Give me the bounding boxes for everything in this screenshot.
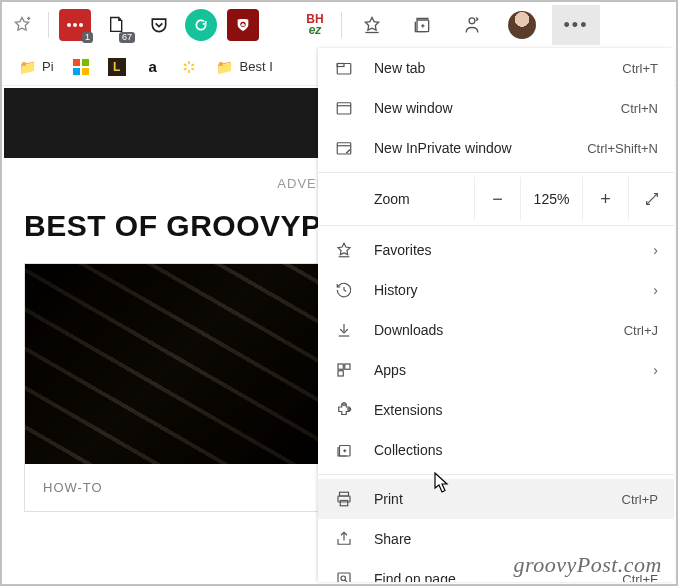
extension-badge: 67	[119, 32, 135, 43]
amazon-icon: a	[144, 58, 162, 76]
zoom-value: 125%	[520, 177, 582, 221]
svg-line-41	[345, 580, 347, 582]
microsoft-icon	[72, 58, 90, 76]
bookmark-walmart[interactable]	[180, 58, 198, 76]
menu-new-inprivate[interactable]: New InPrivate window Ctrl+Shift+N	[318, 128, 674, 168]
chevron-right-icon: ›	[653, 282, 658, 298]
menu-print[interactable]: Print Ctrl+P	[318, 479, 674, 519]
menu-label: New InPrivate window	[374, 140, 587, 156]
svg-rect-10	[73, 59, 80, 66]
bookmark-label: Best I	[240, 59, 273, 74]
menu-label: New window	[374, 100, 621, 116]
more-menu-button[interactable]: •••	[552, 5, 600, 45]
menu-label: Share	[374, 531, 658, 547]
menu-label: Downloads	[374, 322, 624, 338]
profile-avatar[interactable]	[502, 5, 542, 45]
menu-new-tab[interactable]: New tab Ctrl+T	[318, 48, 674, 88]
bookmark-pi[interactable]: 📁 Pi	[18, 58, 54, 76]
feedback-button[interactable]	[452, 5, 492, 45]
browser-toolbar: 1 🗋 67 BH ez •••	[2, 2, 676, 48]
toolbar-separator	[48, 12, 49, 38]
menu-label: Collections	[374, 442, 658, 458]
menu-label: Print	[374, 491, 622, 507]
shortcut-hint: Ctrl+P	[622, 492, 658, 507]
menu-downloads[interactable]: Downloads Ctrl+J	[318, 310, 674, 350]
collections-button[interactable]	[402, 5, 442, 45]
menu-label: History	[374, 282, 645, 298]
shortcut-hint: Ctrl+J	[624, 323, 658, 338]
svg-rect-28	[338, 364, 343, 369]
fullscreen-button[interactable]	[628, 177, 674, 221]
bhez-icon[interactable]: BH ez	[299, 9, 331, 41]
add-favorite-icon[interactable]	[6, 9, 38, 41]
print-icon	[334, 489, 354, 509]
menu-label: Apps	[374, 362, 645, 378]
zoom-out-button[interactable]: −	[474, 177, 520, 221]
zoom-label: Zoom	[318, 191, 474, 207]
svg-rect-11	[82, 59, 89, 66]
star-icon	[334, 240, 354, 260]
bookmark-l[interactable]: L	[108, 58, 126, 76]
shortcut-hint: Ctrl+Shift+N	[587, 141, 658, 156]
ublock-icon[interactable]	[227, 9, 259, 41]
menu-new-window[interactable]: New window Ctrl+N	[318, 88, 674, 128]
menu-collections[interactable]: Collections	[318, 430, 674, 470]
pocket-icon[interactable]	[143, 9, 175, 41]
extensions-icon	[334, 400, 354, 420]
chevron-right-icon: ›	[653, 242, 658, 258]
svg-point-9	[469, 18, 475, 24]
grammarly-icon[interactable]	[185, 9, 217, 41]
favorites-button[interactable]	[352, 5, 392, 45]
history-icon	[334, 280, 354, 300]
bookmark-amazon[interactable]: a	[144, 58, 162, 76]
bookmark-best[interactable]: 📁 Best I	[216, 58, 273, 76]
extension-red-icon[interactable]: 1	[59, 9, 91, 41]
shortcut-hint: Ctrl+T	[622, 61, 658, 76]
bookmark-icon: L	[108, 58, 126, 76]
svg-rect-21	[337, 64, 344, 67]
menu-separator	[318, 225, 674, 226]
svg-rect-17	[183, 67, 187, 70]
find-icon	[334, 569, 354, 582]
menu-label: Favorites	[374, 242, 645, 258]
ellipsis-icon: •••	[564, 15, 589, 36]
menu-history[interactable]: History ›	[318, 270, 674, 310]
svg-rect-16	[190, 63, 194, 66]
svg-rect-18	[183, 63, 187, 66]
menu-separator	[318, 172, 674, 173]
article-tag: HOW-TO	[25, 464, 323, 511]
avatar-image	[508, 11, 536, 39]
walmart-icon	[180, 58, 198, 76]
bookmark-ms[interactable]	[72, 58, 90, 76]
svg-rect-19	[190, 67, 194, 70]
svg-rect-15	[188, 69, 190, 72]
settings-menu: New tab Ctrl+T New window Ctrl+N New InP…	[318, 48, 674, 582]
folder-icon: 📁	[18, 58, 36, 76]
article-card[interactable]: HOW-TO	[24, 263, 324, 512]
watermark-text: groovyPost.com	[513, 552, 662, 578]
svg-rect-12	[73, 68, 80, 75]
apps-icon	[334, 360, 354, 380]
menu-label: Extensions	[374, 402, 658, 418]
inprivate-icon	[334, 138, 354, 158]
chevron-right-icon: ›	[653, 362, 658, 378]
extension-doc-icon[interactable]: 🗋 67	[101, 9, 133, 41]
svg-rect-24	[337, 143, 351, 154]
svg-point-40	[341, 576, 346, 581]
new-window-icon	[334, 98, 354, 118]
download-icon	[334, 320, 354, 340]
collections-icon	[334, 440, 354, 460]
folder-icon: 📁	[216, 58, 234, 76]
svg-rect-14	[188, 61, 190, 64]
new-tab-icon	[334, 58, 354, 78]
menu-apps[interactable]: Apps ›	[318, 350, 674, 390]
menu-extensions[interactable]: Extensions	[318, 390, 674, 430]
svg-rect-38	[340, 501, 348, 506]
menu-separator	[318, 474, 674, 475]
zoom-in-button[interactable]: +	[582, 177, 628, 221]
share-icon	[334, 529, 354, 549]
menu-favorites[interactable]: Favorites ›	[318, 230, 674, 270]
extension-badge: 1	[82, 32, 93, 43]
bookmark-label: Pi	[42, 59, 54, 74]
svg-rect-13	[82, 68, 89, 75]
